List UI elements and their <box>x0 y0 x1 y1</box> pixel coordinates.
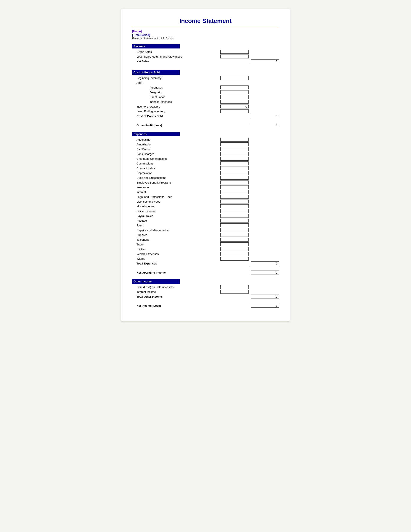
postage-label: Postage <box>132 219 220 222</box>
total-expenses-row: Total Expenses 0 <box>132 261 279 266</box>
travel-input[interactable] <box>220 242 249 246</box>
travel-row: Travel <box>132 242 279 247</box>
cogs-total-col2: 0 <box>249 114 279 118</box>
total-other-income-total[interactable]: 0 <box>251 294 279 298</box>
inventory-available-total[interactable]: 0 <box>220 104 249 108</box>
net-sales-label: Net Sales <box>132 60 220 63</box>
dues-subscriptions-input[interactable] <box>220 176 249 180</box>
indirect-expenses-input[interactable] <box>220 100 249 104</box>
other-income-header: Other Income <box>132 279 180 284</box>
gain-loss-row: Gain (Loss) on Sale of Assets <box>132 285 279 289</box>
insurance-row: Insurance <box>132 185 279 190</box>
interest-input[interactable] <box>220 190 249 194</box>
wages-input[interactable] <box>220 257 249 261</box>
employee-benefit-label: Employee Benefit Programs <box>132 181 220 184</box>
rent-row: Rent <box>132 223 279 228</box>
commissions-input[interactable] <box>220 162 249 165</box>
office-expense-input[interactable] <box>220 209 249 213</box>
beginning-inventory-input[interactable] <box>220 76 249 80</box>
interest-income-input[interactable] <box>220 290 249 294</box>
net-sales-total[interactable]: 0 <box>251 59 279 63</box>
vehicle-expenses-row: Vehicle Expenses <box>132 251 279 256</box>
utilities-input[interactable] <box>220 247 249 251</box>
total-expenses-total[interactable]: 0 <box>251 261 279 265</box>
miscellaneous-label: Miscellaneous <box>132 205 220 208</box>
advertising-input[interactable] <box>220 138 249 142</box>
postage-input[interactable] <box>220 218 249 222</box>
travel-label: Travel <box>132 243 220 246</box>
miscellaneous-input[interactable] <box>220 204 249 208</box>
miscellaneous-row: Miscellaneous <box>132 204 279 209</box>
dues-subscriptions-row: Dues and Subscriptions <box>132 175 279 180</box>
other-income-section: Other Income Gain (Loss) on Sale of Asse… <box>132 277 279 299</box>
ending-inventory-label: Less: Ending Inventory <box>132 110 220 113</box>
contract-labor-input[interactable] <box>220 166 249 170</box>
bad-debts-input[interactable] <box>220 147 249 151</box>
ending-inventory-row: Less: Ending Inventory <box>132 109 279 114</box>
telephone-input[interactable] <box>220 238 249 242</box>
office-expense-label: Office Expense <box>132 209 220 213</box>
insurance-input[interactable] <box>220 185 249 189</box>
rent-label: Rent <box>132 224 220 227</box>
telephone-label: Telephone <box>132 238 220 241</box>
net-operating-label: Net Operating Income <box>132 271 220 274</box>
bank-charges-input[interactable] <box>220 152 249 156</box>
contract-labor-row: Contract Labor <box>132 166 279 171</box>
beginning-inventory-row: Beginning Inventory <box>132 76 279 80</box>
net-income-col2: 0 <box>249 304 279 308</box>
legal-professional-input[interactable] <box>220 195 249 199</box>
commissions-row: Commissions <box>132 161 279 166</box>
indirect-expenses-label: Indirect Expenses <box>132 100 220 104</box>
interest-income-row: Interest Income <box>132 289 279 294</box>
vehicle-expenses-input[interactable] <box>220 252 249 256</box>
payroll-taxes-input[interactable] <box>220 214 249 218</box>
gross-sales-input[interactable] <box>220 50 249 54</box>
gross-profit-col2: 0 <box>249 123 279 127</box>
bank-charges-row: Bank Charges <box>132 152 279 156</box>
office-expense-row: Office Expense <box>132 209 279 213</box>
amortization-input[interactable] <box>220 142 249 146</box>
repairs-maintenance-row: Repairs and Maintenance <box>132 228 279 232</box>
licenses-fees-input[interactable] <box>220 200 249 203</box>
title-divider <box>132 27 279 27</box>
freight-in-input[interactable] <box>220 90 249 94</box>
cogs-total-row: Cost of Goods Sold 0 <box>132 114 279 118</box>
indirect-expenses-row: Indirect Expenses <box>132 99 279 104</box>
employee-benefit-row: Employee Benefit Programs <box>132 180 279 185</box>
direct-labor-input[interactable] <box>220 95 249 99</box>
repairs-maintenance-input[interactable] <box>220 228 249 232</box>
commissions-label: Commissions <box>132 162 220 165</box>
interest-row: Interest <box>132 190 279 194</box>
add-label: Add: <box>132 81 220 85</box>
net-income-total[interactable]: 0 <box>251 304 279 308</box>
doc-period: [Time Period] <box>132 33 279 37</box>
supplies-input[interactable] <box>220 233 249 237</box>
ending-inventory-input[interactable] <box>220 109 249 113</box>
legal-professional-row: Legal and Professional Fees <box>132 194 279 199</box>
purchases-input[interactable] <box>220 86 249 89</box>
rent-input[interactable] <box>220 223 249 227</box>
gross-sales-row: Gross Sales <box>132 49 279 54</box>
licenses-fees-row: Licenses and Fees <box>132 199 279 204</box>
total-expenses-label: Total Expenses <box>132 262 220 265</box>
cogs-header: Cost of Goods Sold <box>132 70 180 75</box>
cogs-total-input[interactable]: 0 <box>251 114 279 118</box>
freight-in-row: Freight-in <box>132 90 279 95</box>
vehicle-expenses-label: Vehicle Expenses <box>132 252 220 256</box>
net-sales-col2: 0 <box>249 59 279 63</box>
sales-returns-input[interactable] <box>220 55 249 58</box>
beginning-inventory-col1 <box>220 76 249 80</box>
depreciation-row: Depreciation <box>132 171 279 175</box>
gross-profit-total[interactable]: 0 <box>251 123 279 127</box>
add-label-row: Add: <box>132 80 279 85</box>
employee-benefit-input[interactable] <box>220 180 249 184</box>
insurance-label: Insurance <box>132 186 220 189</box>
expenses-header: Expenses <box>132 132 180 136</box>
depreciation-label: Depreciation <box>132 171 220 175</box>
charitable-contributions-input[interactable] <box>220 157 249 161</box>
gain-loss-input[interactable] <box>220 285 249 289</box>
ending-inventory-col1 <box>220 109 249 113</box>
charitable-contributions-row: Charitable Contributions <box>132 156 279 161</box>
depreciation-input[interactable] <box>220 171 249 175</box>
net-operating-total[interactable]: 0 <box>251 271 279 275</box>
